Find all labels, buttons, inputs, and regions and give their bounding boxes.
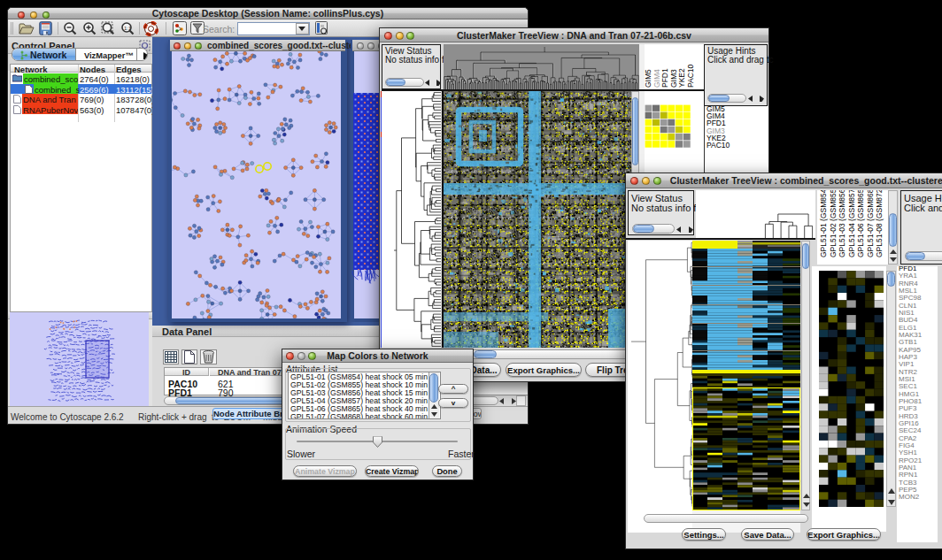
svg-text:GPL51-08 (GSM872): GPL51-08 (GSM872) xyxy=(875,190,884,257)
svg-text:PFD1: PFD1 xyxy=(660,68,669,88)
svg-text:GPL51-03 (GSM856): GPL51-03 (GSM856) xyxy=(838,190,846,257)
svg-text:GPL51-04 (GSM857): GPL51-04 (GSM857) xyxy=(847,190,856,257)
svg-text:GPL51-07 (GSM868): GPL51-07 (GSM868) xyxy=(866,190,875,257)
svg-text:GPL51-06 (GSM865): GPL51-06 (GSM865) xyxy=(856,190,865,257)
svg-text:1:1: 1:1 xyxy=(124,26,132,31)
svg-text:GIM4: GIM4 xyxy=(652,69,661,88)
svg-text:GIM3: GIM3 xyxy=(669,69,678,88)
svg-text:GPL51-02 (GSM855): GPL51-02 (GSM855) xyxy=(829,190,838,257)
svg-text:GPL51-01 (GSM854): GPL51-01 (GSM854) xyxy=(819,190,828,257)
svg-text:PAC10: PAC10 xyxy=(686,64,695,88)
svg-text:YKE2: YKE2 xyxy=(677,68,686,88)
